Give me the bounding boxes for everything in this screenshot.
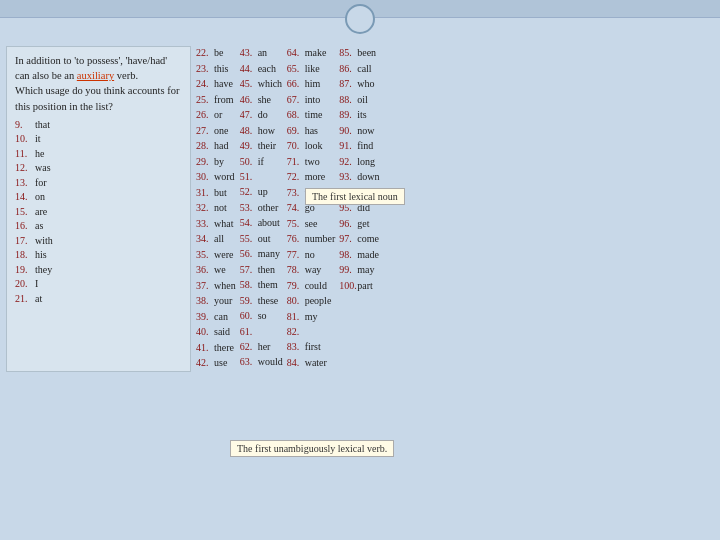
text-after: verb. [117,70,138,81]
col-43-63: 43.an 44.each 45.which 46.she 47.do 48.h… [239,46,284,372]
lp-row-21: 21. at [15,292,182,307]
col-85-100: 85.been 86.call 87.who 88.oil 89.its 90.… [338,46,380,372]
lp-row-14: 14. on [15,190,182,205]
lp-row-19: 19. they [15,263,182,278]
word-columns: 22.be 23.this 24.have 25.from 26.or 27.o… [191,46,714,372]
lp-row-20: 20. I [15,277,182,292]
main-content: In addition to 'to possess', 'have/had' … [0,38,720,376]
lp-row-11: 11. he [15,147,182,162]
question-text: Which usage do you think accounts for th… [15,85,179,111]
auxiliary-word: auxiliary [77,70,114,81]
intro-text: In addition to 'to possess', 'have/had' … [15,55,167,81]
lp-row-16: 16. as [15,219,182,234]
left-panel: In addition to 'to possess', 'have/had' … [6,46,191,372]
lp-row-17: 17. with [15,234,182,249]
tooltip-noun: The first lexical noun [305,188,405,205]
lp-row-13: 13. for [15,176,182,191]
col-64-84: 64.make 65.like 66.him 67.into 68.time 6… [286,46,337,372]
lp-row-15: 15. are [15,205,182,220]
tooltip-verb: The first unambiguously lexical verb. [230,440,394,457]
circle-decoration [345,4,375,34]
col-22-42: 22.be 23.this 24.have 25.from 26.or 27.o… [195,46,237,372]
left-panel-numbers: 9. that 10. it 11. he 12. was 13. for 14… [15,118,182,307]
lp-row-10: 10. it [15,132,182,147]
lp-row-18: 18. his [15,248,182,263]
lp-row-9: 9. that [15,118,182,133]
lp-row-12: 12. was [15,161,182,176]
